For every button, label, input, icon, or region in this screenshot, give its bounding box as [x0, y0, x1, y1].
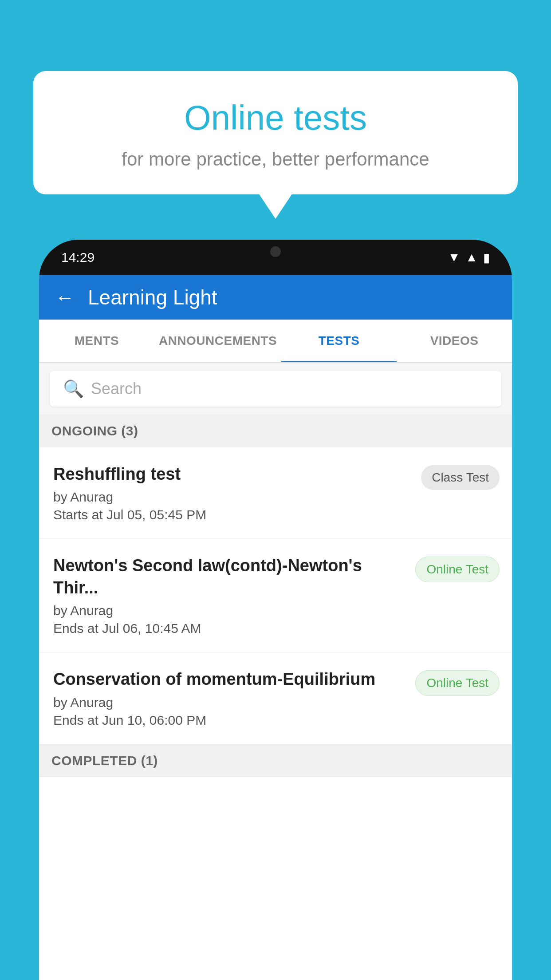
test-info-2: Newton's Second law(contd)-Newton's Thir… — [53, 555, 406, 636]
notch — [240, 240, 311, 264]
test-name-1: Reshuffling test — [53, 463, 412, 485]
test-by-3: by Anurag — [53, 695, 406, 710]
phone-screen: ← Learning Light MENTS ANNOUNCEMENTS TES… — [39, 275, 512, 980]
test-name-2: Newton's Second law(contd)-Newton's Thir… — [53, 555, 406, 599]
test-by-1: by Anurag — [53, 490, 412, 505]
search-input[interactable]: Search — [91, 379, 142, 398]
test-item[interactable]: Reshuffling test by Anurag Starts at Jul… — [39, 447, 512, 539]
test-date-2: Ends at Jul 06, 10:45 AM — [53, 621, 406, 636]
signal-icon: ▲ — [465, 250, 478, 265]
test-name-3: Conservation of momentum-Equilibrium — [53, 668, 406, 690]
status-time: 14:29 — [61, 250, 94, 265]
wifi-icon: ▼ — [448, 250, 460, 265]
status-bar: 14:29 ▼ ▲ ▮ — [39, 240, 512, 275]
back-button[interactable]: ← — [55, 288, 75, 307]
battery-icon: ▮ — [483, 250, 490, 265]
search-bar[interactable]: 🔍 Search — [50, 371, 501, 407]
tab-ments[interactable]: MENTS — [39, 320, 154, 362]
test-badge-1: Class Test — [421, 465, 500, 490]
bubble-title: Online tests — [55, 98, 496, 138]
tab-tests[interactable]: TESTS — [281, 320, 397, 362]
test-item[interactable]: Conservation of momentum-Equilibrium by … — [39, 652, 512, 744]
test-date-3: Ends at Jun 10, 06:00 PM — [53, 713, 406, 728]
speech-bubble: Online tests for more practice, better p… — [33, 71, 518, 194]
ongoing-header: ONGOING (3) — [39, 415, 512, 447]
test-date-1: Starts at Jul 05, 05:45 PM — [53, 507, 412, 522]
test-item[interactable]: Newton's Second law(contd)-Newton's Thir… — [39, 539, 512, 652]
app-bar: ← Learning Light — [39, 275, 512, 320]
test-badge-2: Online Test — [415, 557, 500, 582]
bubble-subtitle: for more practice, better performance — [55, 149, 496, 170]
test-by-2: by Anurag — [53, 603, 406, 618]
app-title: Learning Light — [88, 285, 217, 309]
test-badge-3: Online Test — [415, 670, 500, 696]
search-container: 🔍 Search — [39, 363, 512, 415]
camera — [270, 246, 281, 257]
test-info-3: Conservation of momentum-Equilibrium by … — [53, 668, 406, 727]
search-icon: 🔍 — [63, 379, 84, 399]
phone-mockup: 14:29 ▼ ▲ ▮ ← Learning Light MENTS ANNOU… — [39, 240, 512, 980]
tab-bar: MENTS ANNOUNCEMENTS TESTS VIDEOS — [39, 320, 512, 363]
tab-videos[interactable]: VIDEOS — [397, 320, 512, 362]
status-icons: ▼ ▲ ▮ — [448, 250, 490, 265]
tab-announcements[interactable]: ANNOUNCEMENTS — [154, 320, 281, 362]
completed-header: COMPLETED (1) — [39, 744, 512, 777]
test-info-1: Reshuffling test by Anurag Starts at Jul… — [53, 463, 412, 522]
test-list: Reshuffling test by Anurag Starts at Jul… — [39, 447, 512, 744]
